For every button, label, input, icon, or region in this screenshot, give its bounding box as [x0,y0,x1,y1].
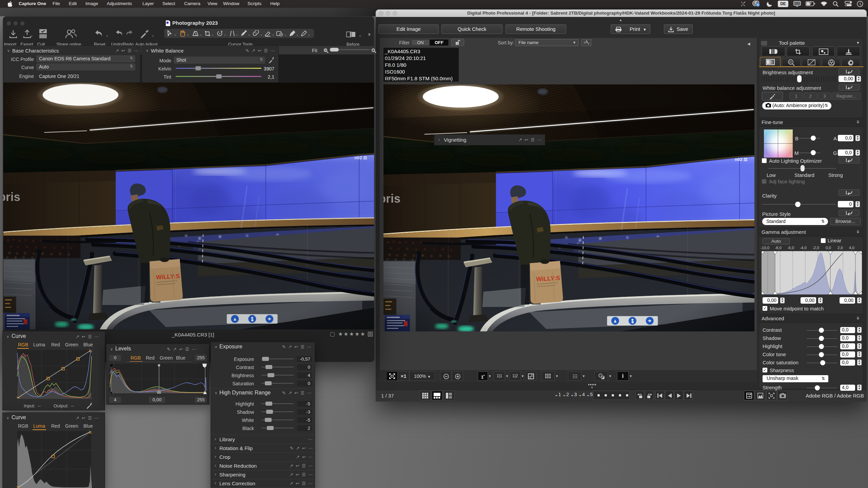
svg-text:!: ! [600,374,600,377]
